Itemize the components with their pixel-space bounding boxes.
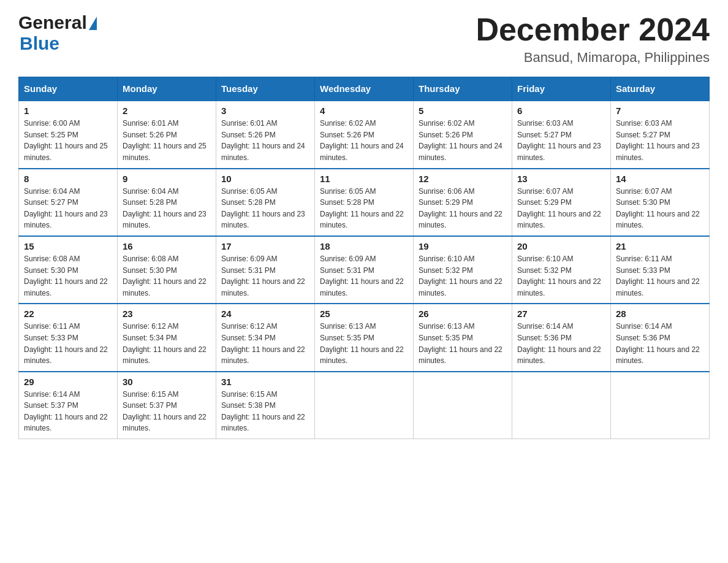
day-info: Sunrise: 6:14 AMSunset: 5:37 PMDaylight:…	[24, 389, 112, 434]
calendar-cell: 8Sunrise: 6:04 AMSunset: 5:27 PMDaylight…	[19, 169, 118, 236]
weekday-header-monday: Monday	[118, 77, 216, 101]
day-number: 10	[221, 174, 309, 184]
day-info: Sunrise: 6:05 AMSunset: 5:28 PMDaylight:…	[320, 186, 408, 231]
calendar-cell: 6Sunrise: 6:03 AMSunset: 5:27 PMDaylight…	[512, 101, 611, 168]
day-number: 18	[320, 241, 408, 251]
calendar-week-row: 15Sunrise: 6:08 AMSunset: 5:30 PMDayligh…	[19, 236, 710, 304]
calendar-cell: 7Sunrise: 6:03 AMSunset: 5:27 PMDaylight…	[611, 101, 710, 168]
day-info: Sunrise: 6:13 AMSunset: 5:35 PMDaylight:…	[320, 321, 408, 366]
weekday-header-saturday: Saturday	[611, 77, 710, 101]
calendar-cell: 28Sunrise: 6:14 AMSunset: 5:36 PMDayligh…	[611, 304, 710, 371]
day-number: 2	[123, 105, 211, 116]
calendar-cell: 29Sunrise: 6:14 AMSunset: 5:37 PMDayligh…	[19, 372, 118, 439]
day-info: Sunrise: 6:07 AMSunset: 5:29 PMDaylight:…	[517, 186, 605, 231]
calendar-cell: 13Sunrise: 6:07 AMSunset: 5:29 PMDayligh…	[512, 169, 611, 236]
day-info: Sunrise: 6:01 AMSunset: 5:26 PMDaylight:…	[221, 118, 309, 163]
calendar-cell: 15Sunrise: 6:08 AMSunset: 5:30 PMDayligh…	[19, 236, 118, 304]
title-section: December 2024 Bansud, Mimaropa, Philippi…	[476, 12, 710, 66]
day-number: 19	[419, 241, 507, 251]
calendar-cell: 19Sunrise: 6:10 AMSunset: 5:32 PMDayligh…	[414, 236, 512, 304]
day-info: Sunrise: 6:10 AMSunset: 5:32 PMDaylight:…	[419, 253, 507, 299]
day-info: Sunrise: 6:06 AMSunset: 5:29 PMDaylight:…	[419, 186, 507, 231]
day-number: 26	[419, 308, 507, 319]
calendar-cell	[512, 372, 611, 439]
day-number: 15	[24, 241, 112, 251]
day-info: Sunrise: 6:03 AMSunset: 5:27 PMDaylight:…	[517, 118, 605, 163]
calendar-week-row: 8Sunrise: 6:04 AMSunset: 5:27 PMDaylight…	[19, 169, 710, 236]
weekday-header-thursday: Thursday	[414, 77, 512, 101]
calendar-week-row: 1Sunrise: 6:00 AMSunset: 5:25 PMDaylight…	[19, 101, 710, 168]
calendar-cell: 17Sunrise: 6:09 AMSunset: 5:31 PMDayligh…	[216, 236, 315, 304]
day-info: Sunrise: 6:14 AMSunset: 5:36 PMDaylight:…	[517, 321, 605, 366]
day-number: 29	[24, 377, 112, 387]
day-number: 13	[517, 174, 605, 184]
day-number: 17	[221, 241, 309, 251]
calendar-cell	[315, 372, 414, 439]
location-title: Bansud, Mimaropa, Philippines	[476, 50, 710, 66]
logo-triangle-icon	[89, 17, 97, 30]
weekday-header-sunday: Sunday	[19, 77, 118, 101]
day-number: 11	[320, 174, 408, 184]
month-title: December 2024	[476, 12, 710, 47]
day-number: 20	[517, 241, 605, 251]
day-info: Sunrise: 6:15 AMSunset: 5:37 PMDaylight:…	[123, 389, 211, 434]
calendar-cell: 9Sunrise: 6:04 AMSunset: 5:28 PMDaylight…	[118, 169, 216, 236]
calendar-cell: 5Sunrise: 6:02 AMSunset: 5:26 PMDaylight…	[414, 101, 512, 168]
day-info: Sunrise: 6:09 AMSunset: 5:31 PMDaylight:…	[221, 253, 309, 299]
calendar-cell: 23Sunrise: 6:12 AMSunset: 5:34 PMDayligh…	[118, 304, 216, 371]
day-info: Sunrise: 6:04 AMSunset: 5:28 PMDaylight:…	[123, 186, 211, 231]
day-info: Sunrise: 6:08 AMSunset: 5:30 PMDaylight:…	[24, 253, 112, 299]
day-number: 22	[24, 308, 112, 319]
calendar-cell: 11Sunrise: 6:05 AMSunset: 5:28 PMDayligh…	[315, 169, 414, 236]
day-number: 21	[616, 241, 704, 251]
logo-blue-text: Blue	[20, 33, 59, 54]
calendar-cell: 10Sunrise: 6:05 AMSunset: 5:28 PMDayligh…	[216, 169, 315, 236]
day-info: Sunrise: 6:02 AMSunset: 5:26 PMDaylight:…	[419, 118, 507, 163]
day-info: Sunrise: 6:14 AMSunset: 5:36 PMDaylight:…	[616, 321, 704, 366]
calendar-cell: 26Sunrise: 6:13 AMSunset: 5:35 PMDayligh…	[414, 304, 512, 371]
day-number: 9	[123, 174, 211, 184]
calendar-cell: 16Sunrise: 6:08 AMSunset: 5:30 PMDayligh…	[118, 236, 216, 304]
day-info: Sunrise: 6:08 AMSunset: 5:30 PMDaylight:…	[123, 253, 211, 299]
calendar-cell: 21Sunrise: 6:11 AMSunset: 5:33 PMDayligh…	[611, 236, 710, 304]
calendar-cell: 2Sunrise: 6:01 AMSunset: 5:26 PMDaylight…	[118, 101, 216, 168]
weekday-header-row: SundayMondayTuesdayWednesdayThursdayFrid…	[19, 77, 710, 101]
day-info: Sunrise: 6:13 AMSunset: 5:35 PMDaylight:…	[419, 321, 507, 366]
calendar-cell	[414, 372, 512, 439]
calendar-cell: 4Sunrise: 6:02 AMSunset: 5:26 PMDaylight…	[315, 101, 414, 168]
day-number: 14	[616, 174, 704, 184]
day-number: 1	[24, 105, 112, 116]
calendar-cell: 30Sunrise: 6:15 AMSunset: 5:37 PMDayligh…	[118, 372, 216, 439]
logo-general-text: General	[18, 12, 87, 33]
day-info: Sunrise: 6:11 AMSunset: 5:33 PMDaylight:…	[616, 253, 704, 299]
day-number: 28	[616, 308, 704, 319]
day-number: 6	[517, 105, 605, 116]
day-info: Sunrise: 6:09 AMSunset: 5:31 PMDaylight:…	[320, 253, 408, 299]
weekday-header-friday: Friday	[512, 77, 611, 101]
calendar-cell: 22Sunrise: 6:11 AMSunset: 5:33 PMDayligh…	[19, 304, 118, 371]
day-info: Sunrise: 6:11 AMSunset: 5:33 PMDaylight:…	[24, 321, 112, 366]
day-number: 31	[221, 377, 309, 387]
calendar-cell: 1Sunrise: 6:00 AMSunset: 5:25 PMDaylight…	[19, 101, 118, 168]
weekday-header-wednesday: Wednesday	[315, 77, 414, 101]
day-number: 30	[123, 377, 211, 387]
calendar-week-row: 22Sunrise: 6:11 AMSunset: 5:33 PMDayligh…	[19, 304, 710, 371]
calendar-table: SundayMondayTuesdayWednesdayThursdayFrid…	[18, 77, 710, 439]
calendar-cell: 27Sunrise: 6:14 AMSunset: 5:36 PMDayligh…	[512, 304, 611, 371]
logo: General Blue	[18, 12, 97, 54]
day-number: 3	[221, 105, 309, 116]
calendar-cell: 18Sunrise: 6:09 AMSunset: 5:31 PMDayligh…	[315, 236, 414, 304]
day-number: 12	[419, 174, 507, 184]
calendar-cell: 12Sunrise: 6:06 AMSunset: 5:29 PMDayligh…	[414, 169, 512, 236]
calendar-cell	[611, 372, 710, 439]
day-info: Sunrise: 6:01 AMSunset: 5:26 PMDaylight:…	[123, 118, 211, 163]
calendar-cell: 25Sunrise: 6:13 AMSunset: 5:35 PMDayligh…	[315, 304, 414, 371]
day-number: 24	[221, 308, 309, 319]
calendar-cell: 14Sunrise: 6:07 AMSunset: 5:30 PMDayligh…	[611, 169, 710, 236]
day-info: Sunrise: 6:03 AMSunset: 5:27 PMDaylight:…	[616, 118, 704, 163]
calendar-cell: 24Sunrise: 6:12 AMSunset: 5:34 PMDayligh…	[216, 304, 315, 371]
calendar-week-row: 29Sunrise: 6:14 AMSunset: 5:37 PMDayligh…	[19, 372, 710, 439]
day-number: 23	[123, 308, 211, 319]
day-info: Sunrise: 6:07 AMSunset: 5:30 PMDaylight:…	[616, 186, 704, 231]
day-info: Sunrise: 6:00 AMSunset: 5:25 PMDaylight:…	[24, 118, 112, 163]
